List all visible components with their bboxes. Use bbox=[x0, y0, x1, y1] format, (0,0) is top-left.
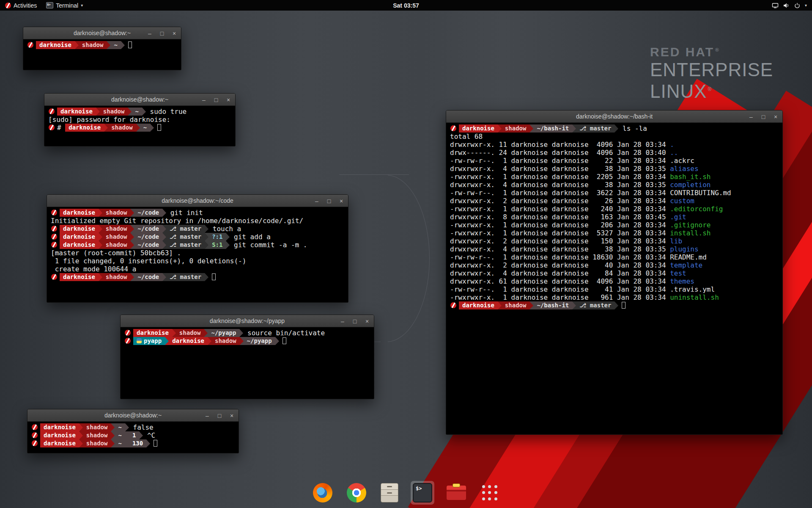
maximize-button[interactable]: □ bbox=[159, 30, 165, 36]
prompt-segment-git: ⎇ master bbox=[166, 225, 205, 233]
file-meta: drwxrwxr-x. 4 darknoise darknoise 38 Jan… bbox=[450, 181, 670, 189]
distro-prompt-icon bbox=[51, 234, 57, 240]
prompt-segment-user: darknoise bbox=[40, 423, 79, 431]
powerline-separator bbox=[130, 209, 134, 217]
close-button[interactable]: × bbox=[364, 318, 370, 324]
terminal-line: darknoiseshadow~/code⎇ masterS:1 git com… bbox=[51, 241, 344, 249]
close-button[interactable]: × bbox=[225, 97, 231, 103]
file-meta: -rwxrwxr-x. 1 darknoise darknoise 961 Ja… bbox=[450, 293, 670, 301]
minimize-button[interactable]: – bbox=[201, 97, 207, 103]
distro-prompt-icon bbox=[51, 242, 57, 248]
distro-prompt-icon bbox=[125, 330, 131, 336]
file-meta: drwxrwxr-x. 61 darknoise darknoise 4096 … bbox=[450, 277, 670, 285]
activities-button[interactable]: Activities bbox=[0, 0, 42, 11]
window-titlebar[interactable]: darknoise@shadow:~–□× bbox=[23, 27, 181, 39]
powerline-separator bbox=[99, 225, 102, 233]
prompt-segment-path: ~/code bbox=[134, 209, 162, 217]
prompt-segment-host: shadow bbox=[102, 225, 131, 233]
powerline-separator bbox=[79, 439, 83, 447]
prompt-segment-exit: 130 bbox=[129, 439, 146, 447]
command-text: ^C bbox=[143, 431, 155, 439]
powerline-separator bbox=[121, 41, 125, 49]
files-icon bbox=[381, 483, 398, 502]
window-titlebar[interactable]: darknoise@shadow:~/code–□× bbox=[47, 195, 348, 207]
close-button[interactable]: × bbox=[229, 413, 235, 419]
powerline-separator bbox=[204, 329, 208, 337]
prompt-segment-host: shadow bbox=[83, 431, 111, 439]
powerline-separator bbox=[125, 439, 129, 447]
terminal-icon: $> bbox=[413, 483, 432, 502]
terminal-cursor bbox=[154, 440, 157, 447]
maximize-button[interactable]: □ bbox=[217, 413, 222, 419]
maximize-button[interactable]: □ bbox=[760, 114, 766, 120]
powerline-separator bbox=[107, 41, 110, 49]
file-name: .gitignore bbox=[670, 221, 710, 229]
window-titlebar[interactable]: darknoise@shadow:~/pyapp–□× bbox=[121, 315, 374, 327]
file-name: lib bbox=[670, 237, 682, 245]
system-status-area[interactable]: ▾ bbox=[767, 0, 812, 11]
maximize-button[interactable]: □ bbox=[352, 318, 358, 324]
terminal-line: 1 file changed, 0 insertions(+), 0 delet… bbox=[51, 257, 344, 265]
terminal-app-icon: $> bbox=[46, 2, 53, 8]
file-name: .ackrc bbox=[670, 157, 694, 165]
file-name: completion bbox=[670, 181, 710, 189]
terminal-content[interactable]: darknoiseshadow~/bash-it⎇ master ls -lat… bbox=[446, 123, 782, 434]
file-meta: -rwxrwxr-x. 1 darknoise darknoise 2205 J… bbox=[450, 173, 670, 181]
powerline-separator bbox=[162, 209, 166, 217]
dock-toolbox[interactable] bbox=[444, 481, 468, 505]
file-name: .editorconfig bbox=[670, 205, 723, 213]
maximize-button[interactable]: □ bbox=[326, 198, 332, 204]
prompt-segment-gitst: ?:1 bbox=[208, 233, 226, 241]
powerline-separator bbox=[111, 439, 115, 447]
terminal-content[interactable]: darknoiseshadow~ bbox=[23, 39, 181, 70]
clock[interactable]: Sat 03:57 bbox=[0, 2, 812, 9]
terminal-line: darknoiseshadow~/bash-it⎇ master bbox=[450, 301, 779, 309]
powerline-separator bbox=[96, 108, 100, 116]
minimize-button[interactable]: – bbox=[340, 318, 346, 324]
prompt-segment-path: ~/bash-it bbox=[533, 124, 572, 133]
window-titlebar[interactable]: darknoise@shadow:~–□× bbox=[44, 94, 235, 106]
show-apps-icon bbox=[480, 483, 499, 502]
terminal-line: -rwxrwxr-x. 1 darknoise darknoise 240 Ja… bbox=[450, 205, 779, 213]
terminal-line: darknoiseshadow~ sudo true bbox=[48, 108, 231, 116]
window-title: darknoise@shadow:~/pyapp bbox=[121, 315, 374, 327]
file-name: .. bbox=[670, 149, 678, 157]
dock-chrome[interactable] bbox=[345, 481, 368, 505]
file-name: aliases bbox=[670, 165, 698, 173]
powerline-separator bbox=[130, 241, 134, 249]
terminal-content[interactable]: darknoiseshadow~/code git initInitialize… bbox=[47, 207, 348, 302]
close-button[interactable]: × bbox=[773, 114, 779, 120]
prompt-segment-user: darknoise bbox=[40, 439, 79, 447]
dock-show-applications[interactable] bbox=[478, 481, 501, 504]
prompt-segment-path: ~ bbox=[115, 431, 125, 439]
minimize-button[interactable]: – bbox=[314, 198, 320, 204]
minimize-button[interactable]: – bbox=[748, 114, 754, 120]
terminal-cursor bbox=[212, 273, 216, 280]
close-button[interactable]: × bbox=[338, 198, 344, 204]
window-titlebar[interactable]: darknoise@shadow:~–□× bbox=[27, 409, 239, 422]
minimize-button[interactable]: – bbox=[204, 413, 210, 419]
dock-firefox[interactable] bbox=[311, 481, 335, 505]
file-meta: -rw-rw-r--. 1 darknoise darknoise 41 Jan… bbox=[450, 285, 670, 293]
window-titlebar[interactable]: darknoise@shadow:~/bash-it–□× bbox=[446, 110, 782, 123]
app-menu-button[interactable]: $> Terminal ▾ bbox=[42, 0, 87, 11]
maximize-button[interactable]: □ bbox=[213, 97, 219, 103]
terminal-content[interactable]: darknoiseshadow~/pyapp source bin/activa… bbox=[121, 327, 374, 399]
terminal-line: create mode 100644 a bbox=[51, 265, 344, 273]
dock-files[interactable] bbox=[379, 481, 401, 505]
terminal-line: Initialized empty Git repository in /hom… bbox=[51, 217, 344, 225]
terminal-line: -rw-rw-r--. 1 darknoise darknoise 41 Jan… bbox=[450, 285, 779, 293]
prompt-segment-path: ~/pyapp bbox=[244, 337, 275, 345]
prompt-segment-path: ~/code bbox=[134, 273, 162, 281]
minimize-button[interactable]: – bbox=[147, 30, 153, 36]
terminal-content[interactable]: darknoiseshadow~ falsedarknoiseshadow~1 … bbox=[27, 422, 239, 453]
close-button[interactable]: × bbox=[171, 30, 177, 36]
prompt-segment-git: ⎇ master bbox=[576, 124, 614, 133]
powerline-separator bbox=[79, 431, 83, 439]
dock-terminal[interactable]: $> bbox=[411, 481, 434, 505]
powerline-separator bbox=[205, 241, 208, 249]
file-meta: drwxrwxr-x. 4 darknoise darknoise 84 Jan… bbox=[450, 269, 670, 277]
firefox-icon bbox=[313, 483, 332, 502]
prompt-segment-path: ~ bbox=[140, 124, 150, 132]
terminal-content[interactable]: darknoiseshadow~ sudo true[sudo] passwor… bbox=[44, 106, 235, 146]
